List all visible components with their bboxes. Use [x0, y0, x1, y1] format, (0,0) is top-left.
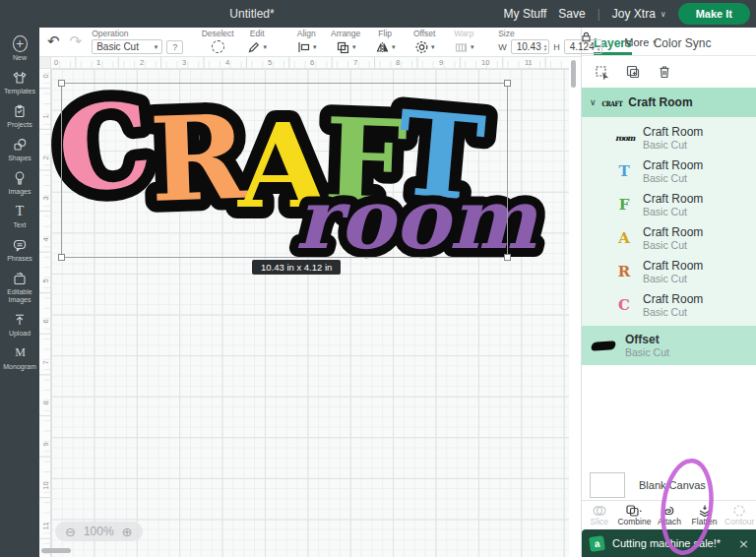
flip-icon — [375, 40, 390, 54]
tab-color-sync[interactable]: Color Sync — [654, 36, 712, 55]
sidebar-item-shapes[interactable]: Shapes — [0, 136, 39, 162]
chevron-down-icon: ▾ — [431, 43, 435, 51]
align-button[interactable]: Align ▾ — [291, 30, 321, 54]
undo-button[interactable]: ↶ — [47, 34, 60, 49]
offset-button[interactable]: Offset ▾ — [410, 30, 439, 54]
width-stepper[interactable]: ▴▾ — [544, 43, 547, 51]
plus-icon: + — [13, 35, 28, 52]
combine-button[interactable]: Combine — [617, 504, 653, 526]
group-thumbnail: CRAFT — [602, 98, 623, 106]
operation-dropdown[interactable]: Basic Cut ▾ — [92, 39, 162, 54]
duplicate-icon[interactable] — [625, 64, 641, 80]
height-stepper[interactable]: ▴▾ — [598, 43, 600, 51]
sidebar-item-templates[interactable]: Templates — [0, 69, 39, 95]
make-it-button[interactable]: Make It — [678, 3, 750, 25]
resize-handle-bottom-left[interactable] — [58, 254, 65, 261]
chevron-down-icon: ▾ — [313, 43, 317, 51]
arrange-button[interactable]: Arrange ▾ — [331, 30, 360, 54]
close-icon[interactable]: × — [738, 536, 749, 551]
layer-thumbnail: room — [615, 130, 633, 146]
layer-group-children: room Craft RoomBasic Cut T Craft RoomBas… — [582, 117, 756, 326]
contour-icon — [731, 504, 747, 518]
lock-ratio-button[interactable] — [581, 29, 592, 46]
warp-button: Warp ▾ — [449, 30, 478, 54]
clipboard-icon — [12, 102, 28, 119]
chevron-down-icon: ▾ — [392, 43, 396, 51]
flip-button[interactable]: Flip ▾ — [370, 30, 400, 54]
resize-handle-top-right[interactable] — [504, 80, 511, 87]
vertical-scrollbar[interactable] — [571, 60, 576, 88]
selection-box[interactable] — [61, 83, 508, 258]
attach-button[interactable]: Attach — [652, 504, 687, 526]
edit-toolbar: ↶ ↷ Operation Basic Cut ▾ ? Deselect Edi… — [39, 28, 581, 57]
sidebar-item-images[interactable]: Images — [0, 169, 39, 196]
horizontal-scrollbar[interactable] — [41, 548, 71, 553]
machine-name: Joy Xtra — [612, 7, 656, 21]
save-link[interactable]: Save — [558, 7, 585, 21]
deselect-button[interactable]: Deselect — [203, 30, 232, 54]
slice-icon — [592, 504, 607, 518]
layer-row-r[interactable]: R Craft RoomBasic Cut — [582, 255, 756, 288]
layer-thumbnail: A — [615, 230, 633, 246]
layer-row-c[interactable]: C Craft RoomBasic Cut — [582, 288, 756, 322]
zoom-level: 100% — [84, 525, 114, 538]
sidebar-item-projects[interactable]: Projects — [0, 102, 39, 129]
more-button[interactable]: More ▾ — [624, 36, 657, 48]
sidebar-item-new[interactable]: + New — [0, 35, 39, 62]
zoom-in-button[interactable]: ⊕ — [122, 526, 133, 538]
sidebar-item-monogram[interactable]: M Monogram — [0, 344, 39, 371]
lock-icon — [581, 31, 592, 42]
layers-panel: Layers Color Sync ∨ CRAFT Craft Room roo… — [581, 28, 756, 557]
sidebar-item-phrases[interactable]: Phrases — [0, 236, 39, 263]
help-button[interactable]: ? — [166, 40, 183, 54]
layer-row-a[interactable]: A Craft RoomBasic Cut — [582, 221, 756, 255]
contour-button: Contour — [722, 504, 756, 526]
edit-button[interactable]: Edit ▾ — [242, 30, 272, 54]
chevron-down-icon: ∨ — [661, 10, 666, 19]
layer-tools — [582, 56, 756, 88]
upload-icon — [12, 311, 28, 328]
sidebar-item-upload[interactable]: Upload — [0, 311, 39, 338]
layer-row-room[interactable]: room Craft RoomBasic Cut — [582, 121, 756, 155]
resize-handle-bottom-right[interactable] — [504, 254, 511, 261]
resize-handle-top-left[interactable] — [58, 80, 65, 87]
canvas-color-swatch[interactable] — [590, 472, 625, 498]
blank-canvas-row: Blank Canvas — [582, 466, 756, 504]
arrange-icon — [336, 40, 350, 54]
width-input[interactable]: 10.43 ▴▾ — [511, 39, 550, 54]
offset-icon — [414, 40, 429, 54]
monogram-icon: M — [15, 344, 25, 361]
chevron-down-icon: ▾ — [352, 43, 356, 51]
text-icon: T — [16, 203, 25, 219]
dimensions-badge: 10.43 in x 4.12 in — [252, 260, 341, 275]
layer-group-craft-room[interactable]: ∨ CRAFT Craft Room — [582, 88, 756, 117]
chevron-down-icon[interactable]: ∨ — [590, 97, 597, 107]
trash-icon[interactable] — [657, 64, 672, 80]
chevron-down-icon: ▾ — [653, 38, 657, 46]
deselect-icon — [212, 40, 224, 53]
chevron-down-icon: ▾ — [155, 43, 158, 51]
document-title[interactable]: Untitled* — [229, 7, 274, 21]
combine-icon — [625, 504, 643, 518]
layer-row-offset-selected[interactable]: OffsetBasic Cut — [582, 326, 756, 365]
sidebar-item-text[interactable]: T Text — [0, 203, 39, 229]
canvas-area[interactable]: 0 1 2 3 4 5 6 7 8 9 10 11 0 1 2 3 4 5 6 … — [39, 57, 581, 557]
size-group: Size W 10.43 ▴▾ H 4.124 ▴▾ — [498, 30, 602, 54]
layer-row-f[interactable]: F Craft RoomBasic Cut — [582, 188, 756, 221]
zoom-out-button[interactable]: ⊖ — [65, 526, 76, 538]
top-bar: Untitled* My Stuff Save | Joy Xtra ∨ Mak… — [0, 0, 756, 28]
chevron-down-icon: ▾ — [263, 43, 267, 51]
slice-button: Slice — [582, 504, 617, 526]
speech-bubble-icon — [12, 236, 28, 253]
access-icon: a — [589, 535, 605, 552]
flatten-button[interactable]: Flatten — [687, 504, 723, 526]
layer-thumbnail: F — [615, 197, 633, 213]
sidebar-item-editable-images[interactable]: Editable Images — [0, 270, 39, 304]
topbar-right-cluster: My Stuff Save | Joy Xtra ∨ Make It — [504, 0, 750, 28]
warp-icon — [454, 40, 469, 54]
select-all-icon[interactable] — [594, 64, 609, 80]
machine-selector[interactable]: Joy Xtra ∨ — [612, 7, 666, 21]
my-stuff-link[interactable]: My Stuff — [504, 7, 547, 21]
layer-actions-bar: Slice Combine Attach Flatten Contour — [582, 500, 756, 529]
layer-row-t[interactable]: T Craft RoomBasic Cut — [582, 155, 756, 188]
